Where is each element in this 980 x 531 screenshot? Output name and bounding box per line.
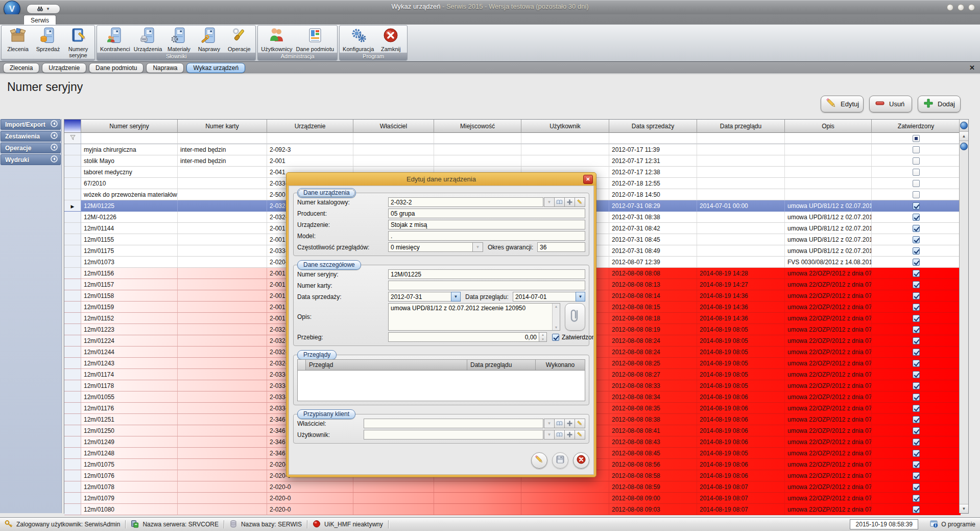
add-icon[interactable] bbox=[564, 197, 575, 207]
czestotliwosc-input[interactable]: 0 miesięcy bbox=[388, 242, 473, 252]
zatwierdzony-checkbox[interactable] bbox=[552, 334, 559, 341]
dialog-close-button[interactable]: ✕ bbox=[583, 175, 593, 184]
column-header-użytkownik[interactable]: Użytkownik bbox=[521, 120, 609, 133]
column-chooser-button[interactable] bbox=[960, 120, 968, 132]
column-header-właściciel[interactable]: Właściciel bbox=[353, 120, 434, 133]
dropdown-button[interactable]: ▼ bbox=[544, 419, 555, 428]
data-sprzedazy-input[interactable]: 2012-07-31 bbox=[388, 292, 451, 302]
ribbon-button-zamknij[interactable]: Zamknij bbox=[376, 27, 405, 53]
zatwierdzony-row-checkbox[interactable] bbox=[913, 304, 920, 311]
urzadzenie-input[interactable]: Stojak z misą bbox=[388, 220, 585, 229]
ribbon-button-użytkownicy[interactable]: Użytkownicy bbox=[259, 27, 294, 53]
column-header-numer-karty[interactable]: Numer karty bbox=[178, 120, 267, 133]
zatwierdzony-row-checkbox[interactable] bbox=[913, 247, 920, 255]
zatwierdzony-row-checkbox[interactable] bbox=[913, 337, 920, 344]
zatwierdzony-row-checkbox[interactable] bbox=[913, 450, 920, 457]
edytuj-button[interactable]: Edytuj bbox=[821, 96, 864, 112]
zatwierdzony-row-checkbox[interactable] bbox=[913, 394, 920, 401]
edit-pencil-icon[interactable] bbox=[575, 419, 585, 428]
numer-katalogowy-input[interactable]: 2-032-2 bbox=[388, 197, 543, 207]
okres-gwarancji-input[interactable]: 36 bbox=[537, 242, 585, 252]
zatwierdzony-row-checkbox[interactable] bbox=[913, 506, 920, 513]
sidebar-item-operacje[interactable]: Operacje bbox=[1, 143, 61, 153]
zatwierdzony-row-checkbox[interactable] bbox=[913, 225, 920, 232]
zatwierdzony-row-checkbox[interactable] bbox=[913, 315, 920, 322]
dropdown-button[interactable]: ▼ bbox=[544, 430, 555, 440]
data-przegladu-dropdown-button[interactable]: ▼ bbox=[576, 292, 585, 302]
zatwierdzony-row-checkbox[interactable] bbox=[913, 416, 920, 423]
usuń-button[interactable]: Usuń bbox=[869, 96, 912, 112]
edit-pencil-icon[interactable] bbox=[575, 197, 585, 207]
ribbon-button-konfiguracja[interactable]: Konfiguracja bbox=[341, 27, 375, 53]
zatwierdzony-row-checkbox[interactable] bbox=[913, 472, 920, 479]
quick-access-toolbar[interactable]: ▼ bbox=[27, 4, 60, 14]
przebieg-spinner[interactable]: ▲▼ bbox=[539, 332, 547, 342]
zatwierdzony-row-checkbox[interactable] bbox=[913, 326, 920, 333]
zatwierdzony-row-checkbox[interactable] bbox=[913, 180, 920, 187]
column-header-data-przeglądu[interactable]: Data przeglądu bbox=[697, 120, 785, 133]
czestotliwosc-dropdown-button[interactable]: ▼ bbox=[472, 242, 483, 252]
lookup-book-icon[interactable] bbox=[554, 419, 565, 428]
scroll-up-button[interactable]: ▲ bbox=[960, 132, 968, 141]
zatwierdzony-row-checkbox[interactable] bbox=[913, 169, 920, 176]
zatwierdzony-row-checkbox[interactable] bbox=[913, 461, 920, 468]
przeglad-column-header[interactable]: Przegląd bbox=[306, 360, 467, 370]
doc-tab-zlecenia[interactable]: Zlecenia bbox=[3, 63, 39, 73]
ribbon-button-urządzenia[interactable]: Urządzenia bbox=[132, 27, 164, 53]
filter-cell[interactable] bbox=[697, 133, 785, 144]
wykonano-column-header[interactable]: Wykonano bbox=[536, 360, 585, 370]
close-document-icon[interactable]: ✕ bbox=[967, 64, 977, 72]
attachment-button[interactable] bbox=[565, 303, 585, 331]
filter-cell[interactable] bbox=[353, 133, 434, 144]
doc-tab-wykaz-urządzeń[interactable]: Wykaz urządzeń bbox=[186, 63, 245, 73]
vertical-scrollbar[interactable]: ▲ ▼ bbox=[959, 120, 968, 513]
sidebar-item-wydruki[interactable]: Wydruki bbox=[1, 154, 61, 165]
zatwierdzony-row-checkbox[interactable] bbox=[913, 202, 920, 210]
ribbon-button-numery-seryjne[interactable]: Numery seryjne bbox=[63, 27, 93, 59]
uzytkownik-input[interactable] bbox=[364, 430, 543, 440]
about-button[interactable]: O programie bbox=[930, 520, 975, 529]
ribbon-button-zlecenia[interactable]: Zlecenia bbox=[3, 27, 33, 53]
zatwierdzony-row-checkbox[interactable] bbox=[913, 349, 920, 356]
add-icon[interactable] bbox=[564, 419, 575, 428]
edit-pencil-icon[interactable] bbox=[575, 430, 585, 440]
model-input[interactable]: . bbox=[388, 231, 585, 241]
tab-przypisany-klient[interactable]: Przypisany klient bbox=[297, 409, 355, 419]
zatwierdzony-row-checkbox[interactable] bbox=[913, 382, 920, 389]
table-row[interactable]: 12m/010792-020-02012-08-08 09:002014-08-… bbox=[64, 493, 961, 504]
table-row[interactable]: 12m/010782-020-02012-08-08 08:592014-08-… bbox=[64, 481, 961, 493]
numer-karty-input[interactable] bbox=[388, 281, 585, 290]
zatwierdzony-row-checkbox[interactable] bbox=[913, 259, 920, 266]
zatwierdzony-row-checkbox[interactable] bbox=[913, 438, 920, 446]
filter-cell[interactable] bbox=[521, 133, 609, 144]
ribbon-button-operacje[interactable]: Operacje bbox=[224, 27, 254, 53]
ribbon-tab-serwis[interactable]: Serwis bbox=[23, 15, 56, 25]
close-window-button[interactable] bbox=[968, 4, 975, 11]
zatwierdzony-row-checkbox[interactable] bbox=[913, 146, 920, 153]
scrollbar-thumb[interactable] bbox=[960, 143, 968, 150]
sidebar-item-import-export[interactable]: Import/Export bbox=[1, 119, 61, 130]
doc-tab-naprawa[interactable]: Naprawa bbox=[146, 63, 184, 73]
zatwierdzony-row-checkbox[interactable] bbox=[913, 483, 920, 491]
tab-dane-szczegolowe[interactable]: Dane szczegółowe bbox=[297, 260, 361, 270]
filter-cell[interactable] bbox=[609, 133, 697, 144]
lookup-book-icon[interactable] bbox=[554, 197, 565, 207]
column-header-data-sprzedaży[interactable]: Data sprzedaży bbox=[609, 120, 697, 133]
dialog-titlebar[interactable]: Edytuj dane urządzenia ✕ bbox=[286, 173, 596, 186]
ribbon-button-sprzedaż[interactable]: Sprzedaż bbox=[33, 27, 63, 53]
sidebar-item-zestawienia[interactable]: Zestawienia bbox=[1, 131, 61, 142]
maximize-button[interactable] bbox=[958, 4, 964, 11]
tab-przeglady[interactable]: Przeglądy bbox=[297, 350, 337, 360]
lookup-book-icon[interactable] bbox=[554, 430, 565, 440]
add-icon[interactable] bbox=[564, 430, 575, 440]
table-row[interactable]: myjnia chirurgicznainter-med będzin2-092… bbox=[64, 144, 961, 155]
filter-checkbox[interactable] bbox=[913, 135, 920, 142]
przebieg-input[interactable]: 0,00 bbox=[388, 332, 539, 342]
dodaj-button[interactable]: Dodaj bbox=[918, 96, 961, 112]
dialog-cancel-button[interactable] bbox=[573, 452, 589, 469]
data-sprzedazy-dropdown-button[interactable]: ▼ bbox=[451, 292, 461, 302]
column-header-urządzenie[interactable]: Urządzenie bbox=[267, 120, 353, 133]
filter-cell[interactable] bbox=[178, 133, 267, 144]
minimize-button[interactable] bbox=[947, 4, 953, 11]
tab-dane-urzadzenia[interactable]: Dane urządzenia bbox=[297, 188, 356, 198]
